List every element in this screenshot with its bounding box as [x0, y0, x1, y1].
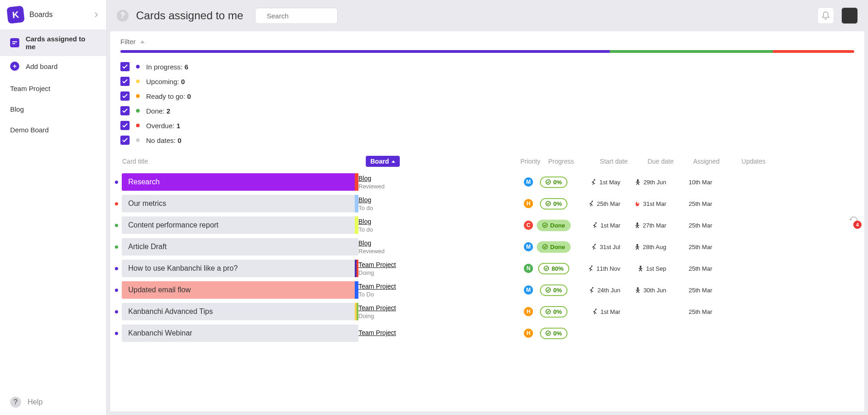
assigned-cell: 10th Mar	[666, 179, 712, 186]
card-title-pill[interactable]: Our metrics	[122, 195, 358, 212]
th-updates[interactable]: Updates	[720, 158, 766, 165]
filter-item[interactable]: Ready to go: 0	[120, 89, 854, 103]
sidebar-board-blog[interactable]: Blog	[0, 101, 106, 118]
board-link[interactable]: Team Project	[358, 329, 496, 336]
progress-cell: 0%	[533, 176, 574, 188]
start-icon	[592, 222, 598, 228]
filter-item[interactable]: Upcoming: 0	[120, 74, 854, 89]
filter-label: Ready to go: 0	[146, 92, 191, 100]
filter-item[interactable]: Done: 2	[120, 103, 854, 118]
due-date-cell: 31st Mar	[620, 200, 666, 207]
filter-toggle[interactable]: Filter	[110, 38, 864, 50]
th-due-date[interactable]: Due date	[628, 158, 674, 165]
board-status: Reviewed	[358, 183, 496, 190]
filter-item[interactable]: Overdue: 1	[120, 118, 854, 133]
priority-badge: M	[524, 285, 533, 295]
table-row[interactable]: How to use Kanbanchi like a pro? Team Pr…	[110, 258, 864, 279]
help-circle-icon[interactable]: ?	[117, 10, 129, 22]
table-row[interactable]: Research Blog Reviewed M 0% 1st May 29th…	[110, 171, 864, 193]
sidebar: K Boards Cards assigned to me + Add boar…	[0, 0, 107, 415]
board-cell: Team Project Doing	[358, 304, 496, 319]
start-icon	[591, 244, 597, 250]
table-row[interactable]: Our metrics Blog To do H 0% 25th Mar 31s…	[110, 193, 864, 214]
card-edge-colors	[355, 324, 358, 342]
row-status-dot-icon	[115, 310, 118, 313]
card-title-pill[interactable]: How to use Kanbanchi like a pro?	[122, 260, 358, 277]
table-row[interactable]: Updated email flow Team Project To Do M …	[110, 279, 864, 301]
sidebar-item-add-board[interactable]: + Add board	[0, 56, 106, 76]
check-circle-icon	[542, 222, 548, 228]
sidebar-board-demo[interactable]: Demo Board	[0, 121, 106, 138]
due-icon	[634, 244, 641, 250]
checkbox-icon[interactable]	[120, 77, 130, 86]
card-title-pill[interactable]: Content performance report	[122, 216, 358, 234]
status-segment	[120, 50, 610, 53]
table-row[interactable]: Kanbanchi Webinar Team Project H 0%	[110, 323, 864, 344]
topbar: ? Cards assigned to me	[107, 0, 868, 31]
status-dot-icon	[136, 65, 140, 68]
priority-cell: C	[496, 221, 533, 230]
row-status-dot-icon	[115, 332, 118, 335]
th-progress[interactable]: Progress	[540, 158, 582, 165]
board-cell: Team Project Doing	[358, 261, 496, 276]
card-title-pill[interactable]: Kanbanchi Advanced Tips	[122, 303, 358, 320]
th-start-date[interactable]: Start date	[582, 158, 628, 165]
priority-badge: H	[524, 199, 533, 208]
progress-cell: 0%	[533, 306, 574, 318]
table-row[interactable]: Content performance report Blog To do C …	[110, 215, 864, 236]
svg-point-6	[594, 179, 596, 181]
card-title: Kanbanchi Advanced Tips	[128, 307, 213, 316]
help-icon: ?	[10, 397, 21, 408]
board-link[interactable]: Team Project	[358, 261, 496, 268]
board-link[interactable]: Team Project	[358, 283, 496, 290]
checkbox-icon[interactable]	[120, 136, 130, 145]
priority-cell: M	[496, 242, 533, 251]
priority-badge: N	[524, 264, 533, 273]
th-board[interactable]: Board	[366, 156, 504, 167]
checkbox-icon[interactable]	[120, 62, 130, 71]
updates-badge[interactable]: 4	[853, 221, 862, 229]
sidebar-item-cards-assigned[interactable]: Cards assigned to me	[0, 29, 106, 56]
assigned-cell: 25th Mar	[666, 222, 712, 229]
search-input[interactable]	[267, 12, 354, 20]
card-title-pill[interactable]: Research	[122, 173, 358, 191]
priority-cell: M	[496, 285, 533, 295]
start-date-cell: 31st Jul	[574, 244, 620, 250]
user-avatar[interactable]	[841, 7, 858, 24]
card-title-pill[interactable]: Article Draft	[122, 238, 358, 256]
board-link[interactable]: Blog	[358, 196, 496, 204]
bell-icon	[822, 11, 829, 20]
board-link[interactable]: Blog	[358, 175, 496, 182]
sidebar-help[interactable]: ? Help	[0, 389, 106, 415]
svg-point-18	[640, 266, 641, 267]
checkbox-icon[interactable]	[120, 106, 130, 115]
checkbox-icon[interactable]	[120, 91, 130, 101]
th-assigned[interactable]: Assigned	[674, 158, 720, 165]
row-status-dot-icon	[115, 202, 118, 205]
status-dot-icon	[136, 109, 140, 113]
filter-item[interactable]: In progress: 6	[120, 59, 854, 74]
card-edge-colors	[355, 173, 358, 191]
sidebar-header[interactable]: K Boards	[0, 0, 106, 29]
board-cell: Blog To do	[358, 196, 496, 211]
status-segment	[773, 50, 854, 53]
filter-item[interactable]: No dates: 0	[120, 133, 854, 148]
table-row[interactable]: Article Draft Blog Reviewed M Done 31st …	[110, 236, 864, 257]
svg-point-9	[591, 201, 593, 202]
board-link[interactable]: Blog	[358, 239, 496, 247]
th-card-title[interactable]: Card title	[122, 158, 366, 165]
th-priority[interactable]: Priority	[504, 158, 540, 165]
content: Filter In progress: 6 Upcoming: 0 Ready …	[110, 31, 864, 411]
checkbox-icon[interactable]	[120, 121, 130, 130]
sidebar-board-team-project[interactable]: Team Project	[0, 80, 106, 97]
card-title-pill[interactable]: Kanbanchi Webinar	[122, 324, 358, 342]
notifications-button[interactable]	[817, 7, 834, 24]
board-link[interactable]: Blog	[358, 218, 496, 225]
board-link[interactable]: Team Project	[358, 304, 496, 312]
filter-label: In progress: 6	[146, 63, 188, 71]
due-date-cell: 27th Mar	[620, 222, 666, 229]
card-title: Our metrics	[128, 199, 166, 208]
search-box[interactable]	[255, 8, 338, 24]
table-row[interactable]: Kanbanchi Advanced Tips Team Project Doi…	[110, 301, 864, 322]
card-title-pill[interactable]: Updated email flow	[122, 281, 358, 299]
